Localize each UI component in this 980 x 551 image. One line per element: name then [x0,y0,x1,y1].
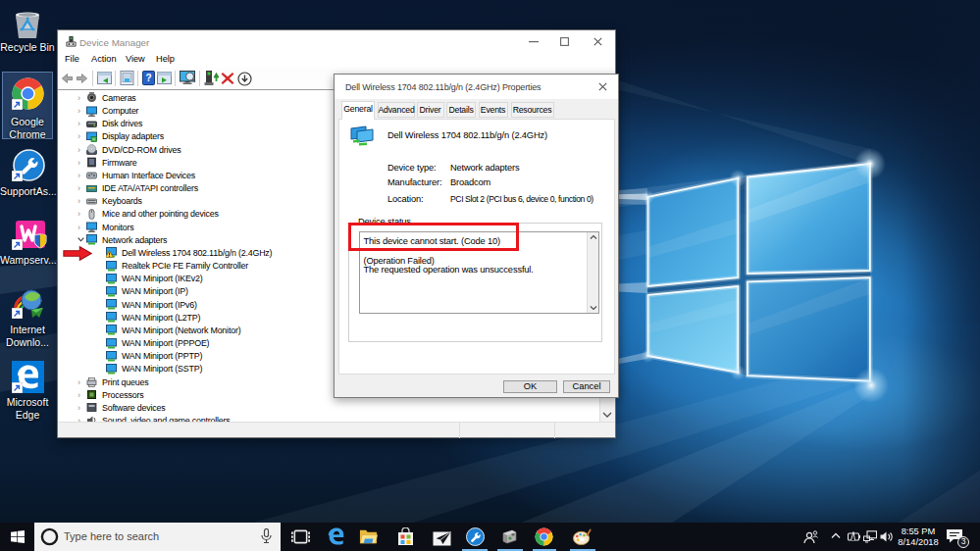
svg-text:?: ? [145,73,151,83]
